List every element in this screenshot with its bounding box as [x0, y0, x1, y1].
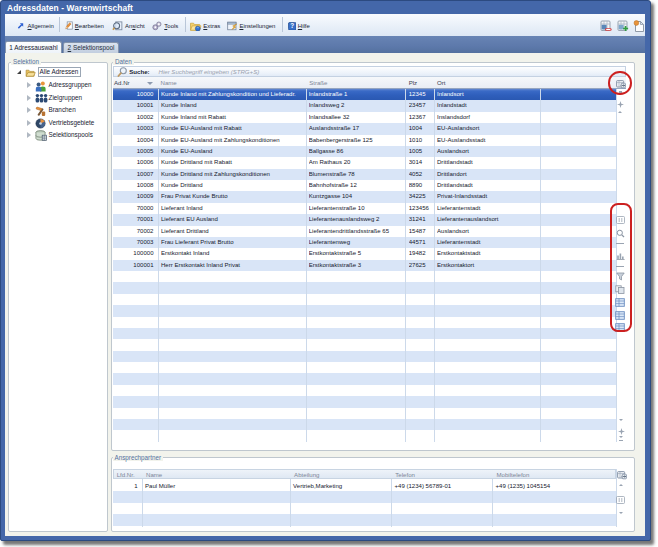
svg-text:?: ?: [290, 22, 294, 29]
